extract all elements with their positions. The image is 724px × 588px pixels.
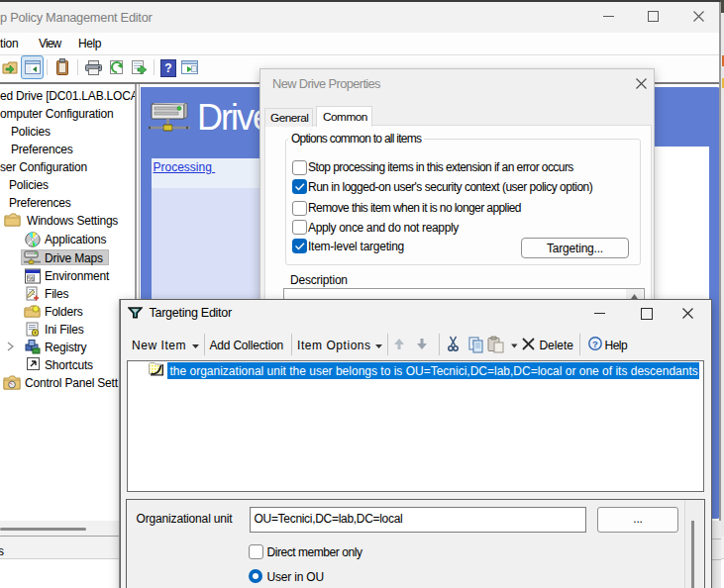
svg-text:?: ? [592, 339, 598, 349]
svg-text:%: % [28, 274, 35, 283]
